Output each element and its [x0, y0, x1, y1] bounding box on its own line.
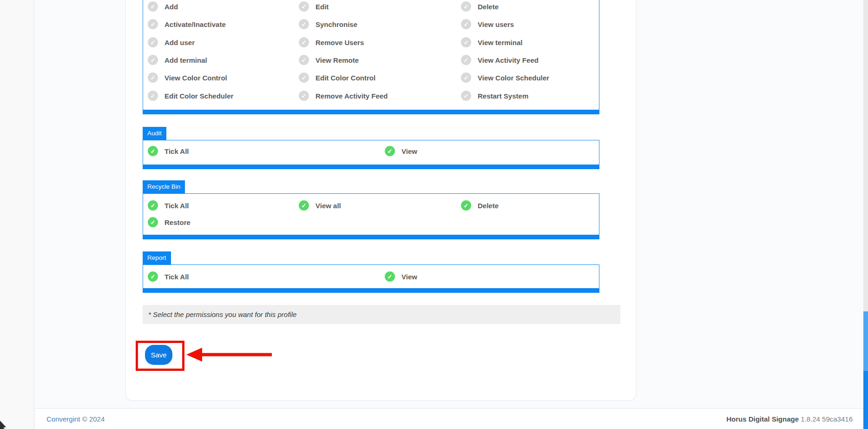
permission-label: View terminal [478, 39, 522, 46]
permissions-box-recycle-bin: ✓Tick All✓View all✓Delete✓Restore [143, 193, 599, 239]
permission-label: View users [478, 20, 514, 28]
permission-item-add[interactable]: ✓Add [148, 1, 178, 12]
permission-label: Remove Users [316, 39, 364, 46]
permission-item-tick-all[interactable]: ✓Tick All [148, 146, 189, 156]
footer-version: Horus Digital Signage 1.8.24 59ca3416 [726, 415, 853, 423]
tab-report[interactable]: Report [143, 251, 171, 264]
permission-label: Remove Activity Feed [316, 92, 388, 100]
permission-item-view-color-scheduler[interactable]: ✓View Color Scheduler [461, 73, 549, 83]
permissions-box-audit: ✓Tick All✓View [143, 140, 599, 169]
permission-label: Synchronise [316, 20, 357, 28]
permission-label: View Color Scheduler [478, 74, 549, 82]
permission-item-tick-all[interactable]: ✓Tick All [148, 200, 189, 211]
permission-label: Add [164, 3, 178, 11]
unchecked-circle-icon[interactable]: ✓ [299, 1, 309, 12]
checked-circle-icon[interactable]: ✓ [299, 200, 309, 211]
unchecked-circle-icon[interactable]: ✓ [461, 19, 471, 29]
permission-label: Add user [164, 39, 195, 46]
unchecked-circle-icon[interactable]: ✓ [299, 37, 309, 47]
checked-circle-icon[interactable]: ✓ [461, 200, 471, 211]
permission-label: View Color Control [164, 74, 227, 82]
permission-item-remove-users[interactable]: ✓Remove Users [299, 37, 364, 47]
unchecked-circle-icon[interactable]: ✓ [148, 19, 158, 29]
tab-recycle-bin[interactable]: Recycle Bin [143, 180, 185, 193]
permission-label: Restore [164, 218, 191, 226]
permission-label: Tick All [164, 147, 189, 155]
permission-label: View Remote [316, 56, 359, 64]
permissions-note: * Select the permissions you want for th… [143, 305, 620, 324]
copyright-year: © 2024 [82, 415, 105, 423]
footer: Convergint © 2024 Horus Digital Signage … [35, 408, 868, 429]
permission-label: View [401, 147, 417, 155]
permission-label: Delete [478, 3, 499, 11]
permission-item-view-remote[interactable]: ✓View Remote [299, 55, 359, 65]
permission-label: Add terminal [164, 56, 207, 64]
cursor-artifact [0, 420, 7, 429]
unchecked-circle-icon[interactable]: ✓ [461, 1, 471, 12]
permission-label: Edit Color Scheduler [164, 92, 233, 100]
permission-item-view-users[interactable]: ✓View users [461, 19, 514, 29]
unchecked-circle-icon[interactable]: ✓ [148, 37, 158, 47]
permission-item-view[interactable]: ✓View [385, 146, 417, 156]
save-button[interactable]: Save [145, 345, 172, 365]
permission-item-view-activity-feed[interactable]: ✓View Activity Feed [461, 55, 539, 65]
permission-label: View Activity Feed [478, 56, 539, 64]
permission-item-delete[interactable]: ✓Delete [461, 200, 499, 211]
app-name: Horus Digital Signage [726, 415, 799, 423]
permission-item-add-terminal[interactable]: ✓Add terminal [148, 55, 207, 65]
unchecked-circle-icon[interactable]: ✓ [299, 91, 309, 101]
permission-item-tick-all[interactable]: ✓Tick All [148, 271, 189, 282]
permission-label: Activate/Inactivate [164, 20, 226, 28]
permission-item-edit-color-scheduler[interactable]: ✓Edit Color Scheduler [148, 91, 233, 101]
permission-item-synchronise[interactable]: ✓Synchronise [299, 19, 357, 29]
permission-item-remove-activity-feed[interactable]: ✓Remove Activity Feed [299, 91, 388, 101]
permission-item-edit[interactable]: ✓Edit [299, 1, 329, 12]
permission-item-restore[interactable]: ✓Restore [148, 217, 191, 227]
tab-audit[interactable]: Audit [143, 127, 166, 140]
permission-item-restart-system[interactable]: ✓Restart System [461, 91, 528, 101]
unchecked-circle-icon[interactable]: ✓ [299, 19, 309, 29]
checked-circle-icon[interactable]: ✓ [148, 200, 158, 211]
permission-label: View [401, 273, 417, 281]
unchecked-circle-icon[interactable]: ✓ [299, 55, 309, 65]
permission-label: Edit Color Control [316, 74, 375, 82]
collapsed-sidebar[interactable] [0, 0, 34, 429]
permission-item-view-terminal[interactable]: ✓View terminal [461, 37, 522, 47]
permissions-box-general: ✓Add✓Edit✓Delete✓Activate/Inactivate✓Syn… [143, 0, 599, 114]
checked-circle-icon[interactable]: ✓ [385, 271, 395, 282]
unchecked-circle-icon[interactable]: ✓ [148, 91, 158, 101]
permission-item-edit-color-control[interactable]: ✓Edit Color Control [299, 73, 375, 83]
app-version: 1.8.24 59ca3416 [801, 415, 853, 423]
permission-item-delete[interactable]: ✓Delete [461, 1, 499, 12]
permission-label: Delete [478, 202, 499, 210]
checked-circle-icon[interactable]: ✓ [148, 146, 158, 156]
scrollbar-thumb-upper[interactable] [863, 311, 868, 371]
permission-item-view-color-control[interactable]: ✓View Color Control [148, 73, 227, 83]
unchecked-circle-icon[interactable]: ✓ [148, 73, 158, 83]
unchecked-circle-icon[interactable]: ✓ [148, 55, 158, 65]
permission-label: Restart System [478, 92, 528, 100]
unchecked-circle-icon[interactable]: ✓ [461, 73, 471, 83]
permission-label: Tick All [164, 202, 189, 210]
annotation-arrow-icon [183, 344, 276, 365]
checked-circle-icon[interactable]: ✓ [148, 271, 158, 282]
permission-item-view[interactable]: ✓View [385, 271, 417, 282]
unchecked-circle-icon[interactable]: ✓ [148, 1, 158, 12]
unchecked-circle-icon[interactable]: ✓ [461, 91, 471, 101]
permission-item-view-all[interactable]: ✓View all [299, 200, 341, 211]
checked-circle-icon[interactable]: ✓ [385, 146, 395, 156]
page: ✓Add✓Edit✓Delete✓Activate/Inactivate✓Syn… [0, 0, 868, 429]
permission-item-activate-inactivate[interactable]: ✓Activate/Inactivate [148, 19, 226, 29]
permission-label: Tick All [164, 273, 189, 281]
permissions-box-report: ✓Tick All✓View [143, 264, 599, 293]
unchecked-circle-icon[interactable]: ✓ [461, 37, 471, 47]
unchecked-circle-icon[interactable]: ✓ [461, 55, 471, 65]
checked-circle-icon[interactable]: ✓ [148, 217, 158, 227]
permission-label: View all [316, 202, 341, 210]
unchecked-circle-icon[interactable]: ✓ [299, 73, 309, 83]
convergint-link[interactable]: Convergint [46, 415, 80, 423]
permission-label: Edit [316, 3, 329, 11]
footer-copyright: Convergint © 2024 [46, 415, 105, 423]
permission-item-add-user[interactable]: ✓Add user [148, 37, 195, 47]
scrollbar-thumb-lower[interactable] [863, 371, 868, 429]
